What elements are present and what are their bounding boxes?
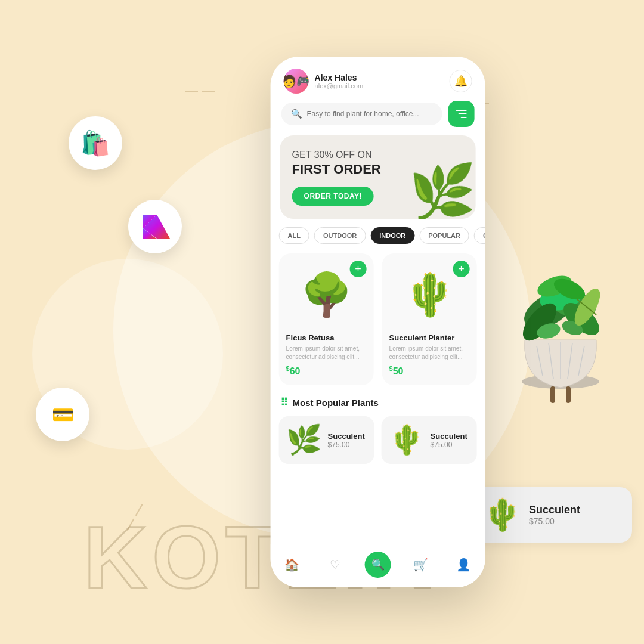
succulent-card-float-price: $75.00	[529, 516, 580, 526]
float-card-icon: 💳	[36, 388, 89, 441]
popular-grid: 🌿 Succulent $75.00 🌵 Succulent $75.00	[271, 416, 485, 476]
succulent-card-float: 🌵 Succulent $75.00	[471, 487, 632, 543]
popular-price-1: $75.00	[328, 441, 365, 449]
nav-favorites[interactable]: ♡	[322, 552, 348, 578]
cat-tab-outdoor[interactable]: OUTDOOR	[314, 227, 366, 244]
plant-decoration-right	[489, 203, 632, 411]
succulent-name: Succulent Planter	[389, 333, 470, 342]
float-kotlin-icon	[128, 200, 182, 253]
search-icon: 🔍	[291, 109, 302, 119]
user-info: 🧑‍🎮 Alex Hales alex@gmail.com	[284, 69, 363, 94]
plant-svg	[489, 203, 632, 411]
banner-line1: GET 30% OFF ON	[292, 150, 464, 160]
phone-frame: 🧑‍🎮 Alex Hales alex@gmail.com 🔔 🔍	[271, 57, 485, 587]
avatar-emoji: 🧑‍🎮	[284, 74, 309, 88]
cat-tab-indoor[interactable]: INDOOR	[370, 227, 414, 244]
notification-bell[interactable]: 🔔	[450, 70, 472, 92]
nav-profile[interactable]: 👤	[451, 552, 477, 578]
section-title-popular: ⠿ Most Popular Plants	[271, 396, 485, 409]
avatar: 🧑‍🎮	[284, 69, 309, 94]
ficus-name: Ficus Retusa	[286, 333, 367, 342]
search-input[interactable]	[307, 110, 433, 118]
promo-banner: GET 30% OFF ON FIRST ORDER ORDER TODAY! …	[280, 135, 476, 219]
popular-price-2: $75.00	[431, 441, 467, 449]
bell-icon-symbol: 🔔	[454, 75, 467, 88]
user-name: Alex Hales	[315, 73, 363, 82]
popular-card-2[interactable]: 🌵 Succulent $75.00	[382, 416, 477, 464]
popular-img-1: 🌿	[286, 423, 322, 457]
cat-tab-popular[interactable]: POPULAR	[419, 227, 469, 244]
search-input-wrap[interactable]: 🔍	[281, 103, 442, 125]
bag-emoji: 🛍️	[80, 129, 110, 157]
succulent-card-float-img: 🌵	[483, 497, 522, 533]
ficus-desc: Lorem ipsum dolor sit amet, consectetur …	[286, 345, 367, 361]
add-ficus-button[interactable]: +	[350, 261, 367, 277]
succulent-price: $50	[389, 365, 470, 377]
nav-cart[interactable]: 🛒	[408, 552, 434, 578]
section-title-text: Most Popular Plants	[293, 398, 379, 408]
succulent-card-float-name: Succulent	[529, 504, 580, 516]
user-email: alex@gmail.com	[315, 82, 363, 89]
popular-card-1[interactable]: 🌿 Succulent $75.00	[279, 416, 374, 464]
search-bar: 🔍	[271, 101, 485, 127]
filter-button[interactable]	[448, 101, 475, 127]
banner-plant-decoration: 🌿	[409, 165, 476, 219]
card-emoji: 💳	[52, 404, 74, 425]
deco-dash-1: — —	[185, 83, 215, 99]
nav-search[interactable]: 🔍	[365, 552, 391, 578]
phone-content: 🧑‍🎮 Alex Hales alex@gmail.com 🔔 🔍	[271, 57, 485, 544]
product-card-ficus: + 🌳 Ficus Retusa Lorem ipsum dolor sit a…	[279, 253, 374, 385]
product-grid: + 🌳 Ficus Retusa Lorem ipsum dolor sit a…	[271, 253, 485, 385]
nav-home[interactable]: 🏠	[279, 552, 305, 578]
popular-name-1: Succulent	[328, 432, 365, 441]
succulent-desc: Lorem ipsum dolor sit amet, consectetur …	[389, 345, 470, 361]
kotlin-k-logo	[140, 212, 170, 242]
cat-tab-office[interactable]: OFFICE	[474, 227, 485, 244]
category-tabs: ALL OUTDOOR INDOOR POPULAR OFFICE GA...	[271, 227, 485, 244]
order-today-button[interactable]: ORDER TODAY!	[292, 187, 374, 206]
filter-lines-icon	[456, 110, 467, 118]
section-dots-icon: ⠿	[280, 396, 288, 409]
bottom-nav: 🏠 ♡ 🔍 🛒 👤	[271, 544, 485, 587]
svg-rect-22	[566, 386, 571, 403]
phone-header: 🧑‍🎮 Alex Hales alex@gmail.com 🔔	[271, 57, 485, 101]
cat-tab-all[interactable]: ALL	[279, 227, 309, 244]
popular-name-2: Succulent	[431, 432, 467, 441]
add-succulent-button[interactable]: +	[453, 261, 470, 277]
float-bag-icon: 🛍️	[69, 116, 122, 170]
popular-img-2: 🌵	[389, 423, 425, 457]
ficus-price: $60	[286, 365, 367, 377]
svg-rect-21	[550, 386, 555, 403]
product-card-succulent: + 🌵 Succulent Planter Lorem ipsum dolor …	[382, 253, 477, 385]
